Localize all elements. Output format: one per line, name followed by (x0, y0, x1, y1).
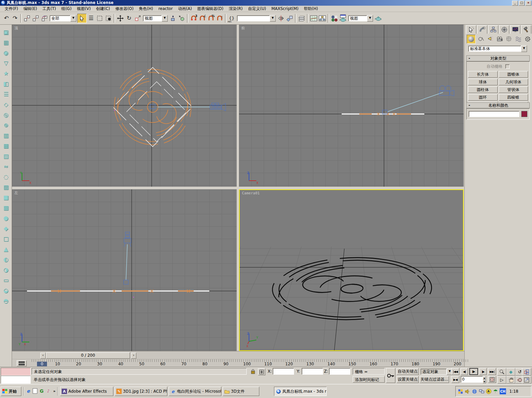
angle-snap-icon[interactable]: ∠ (198, 14, 207, 23)
layer-manager-icon[interactable] (297, 14, 306, 23)
viewport-left[interactable]: 左 ZYX (12, 189, 237, 351)
maximize-button[interactable]: □ (519, 1, 525, 6)
add-time-tag-button[interactable]: 添加时间标记 (353, 376, 385, 383)
language-indicator[interactable]: CH (500, 388, 506, 394)
tab-motion[interactable] (499, 25, 509, 34)
left-toolbar-icon[interactable]: ◉ (1, 47, 11, 58)
left-toolbar-icon[interactable]: ▦ (1, 140, 11, 151)
tray-globe-icon[interactable] (472, 389, 477, 394)
tab-modify[interactable] (477, 25, 487, 34)
category-systems[interactable] (523, 35, 532, 43)
menu-item[interactable]: MAXScript(M) (269, 6, 301, 11)
curve-editor-icon[interactable] (309, 14, 318, 23)
left-toolbar-icon[interactable]: ▨ (1, 182, 11, 192)
tray-volume-icon[interactable] (465, 389, 470, 394)
previous-frame-button[interactable]: ◀| (461, 368, 468, 375)
menu-item[interactable]: 视图(V) (74, 6, 94, 12)
object-color-swatch[interactable] (521, 111, 527, 117)
tray-shield-icon[interactable] (458, 389, 463, 394)
quicklaunch-media-icon[interactable]: ♪ (45, 388, 51, 394)
maxscript-macro-recorder[interactable] (1, 368, 31, 376)
current-frame-input[interactable]: 0 (461, 376, 485, 383)
taskbar-task-3dsmax[interactable]: G 凤凰台标线.max - 3ds m... (274, 387, 327, 396)
quicklaunch-overflow-chevron[interactable]: » (51, 388, 57, 394)
primitive-button[interactable]: 长方体 (468, 71, 498, 78)
primitive-button[interactable]: 管状体 (499, 86, 528, 93)
left-toolbar-icon[interactable]: ◎ (1, 109, 11, 120)
left-toolbar-icon[interactable]: ◑ (1, 264, 11, 275)
menu-item[interactable]: 工具(T) (40, 6, 59, 12)
min-max-toggle-icon[interactable] (522, 376, 531, 384)
start-button[interactable]: 开始 (1, 387, 21, 396)
maxscript-mini-listener[interactable] (1, 376, 31, 384)
name-color-rollout-header[interactable]: - 名称和颜色 (466, 102, 530, 108)
selection-lock-icon[interactable] (251, 369, 255, 375)
time-slider-prev-button[interactable]: ‹ (40, 353, 46, 359)
viewport-top[interactable]: 顶 YX (12, 25, 237, 187)
tray-agent-icon[interactable]: A (486, 389, 491, 394)
quick-render-icon[interactable] (374, 14, 383, 23)
percent-snap-icon[interactable]: % (207, 14, 215, 23)
tab-display[interactable] (510, 25, 520, 34)
render-type-dropdown[interactable]: 视图 ▼ (348, 15, 373, 22)
zoom-extents-all-icon[interactable] (522, 368, 531, 376)
menu-item[interactable]: 渲染(R) (226, 6, 245, 12)
time-configuration-button[interactable] (488, 376, 496, 383)
taskbar-task-folder[interactable]: 3D文件 (223, 387, 259, 396)
primitive-button[interactable]: 几何球体 (499, 79, 528, 85)
taskbar-task-acdsee[interactable]: ✎ 3D1.jpg [2:3] : ACD Phot... (115, 387, 167, 396)
x-input[interactable] (273, 368, 294, 375)
named-selection-dropdown[interactable]: ▼ (237, 15, 276, 22)
primitive-button[interactable]: 四棱锥 (499, 94, 528, 101)
next-frame-button[interactable]: |▶ (479, 368, 487, 375)
close-button[interactable]: × (525, 1, 531, 6)
select-by-name-icon[interactable]: ☰ (87, 14, 95, 23)
menu-item[interactable]: 编辑(E) (21, 6, 40, 12)
left-toolbar-icon[interactable]: □ (1, 233, 11, 244)
tray-network-icon[interactable] (479, 389, 484, 394)
menu-item[interactable]: 图表编辑器(D) (195, 6, 226, 12)
render-scene-icon[interactable] (339, 14, 347, 23)
left-toolbar-icon[interactable]: ▧ (1, 151, 11, 161)
go-to-end-button[interactable]: ▶▶| (488, 368, 496, 375)
select-link-icon[interactable] (23, 14, 31, 23)
mirror-icon[interactable] (277, 14, 285, 23)
frame-spinner[interactable]: ▲ ▼ (483, 376, 486, 383)
menu-item[interactable]: 组(G) (59, 6, 74, 12)
y-input[interactable] (302, 368, 323, 375)
category-spacewarps[interactable] (514, 35, 522, 43)
left-toolbar-icon[interactable]: ▩ (1, 202, 11, 213)
redo-icon[interactable]: ↷ (11, 14, 19, 23)
time-slider-next-button[interactable]: › (131, 353, 136, 359)
left-toolbar-icon[interactable]: ▥ (1, 130, 11, 140)
viewport-camera[interactable]: Camera01 ZYX (239, 189, 464, 351)
quicklaunch-g-icon[interactable]: G (39, 388, 45, 394)
left-toolbar-icon[interactable]: ☰ (1, 89, 11, 99)
primitive-button[interactable]: 圆环 (468, 94, 498, 101)
left-toolbar-icon[interactable]: ▲ (1, 244, 11, 254)
open-mini-curve-editor-button[interactable] (17, 360, 27, 366)
primitive-button[interactable]: 圆柱体 (468, 86, 498, 93)
category-cameras[interactable] (495, 35, 504, 43)
category-helpers[interactable] (505, 35, 513, 43)
menu-item[interactable]: 修改器(O) (113, 6, 136, 12)
spinner-snap-icon[interactable] (215, 14, 224, 23)
left-toolbar-icon[interactable]: ▭ (1, 275, 11, 285)
object-name-input[interactable] (469, 111, 519, 117)
left-toolbar-icon[interactable]: ● (1, 213, 11, 223)
primitive-button[interactable]: 球体 (468, 79, 498, 85)
left-toolbar-icon[interactable]: ▣ (1, 27, 11, 37)
key-mode-toggle-button[interactable]: ▶◀ (451, 376, 459, 383)
left-toolbar-icon[interactable]: ★ (1, 68, 11, 78)
z-input[interactable] (329, 368, 350, 375)
undo-icon[interactable]: ↶ (2, 14, 11, 23)
select-rotate-icon[interactable]: ↻ (125, 14, 133, 23)
left-toolbar-icon[interactable]: ≈ (1, 161, 11, 171)
category-shapes[interactable] (477, 35, 485, 43)
absolute-offset-toggle-icon[interactable] (258, 368, 265, 375)
zoom-icon[interactable] (497, 368, 506, 376)
field-of-view-icon[interactable]: ▷ (497, 376, 506, 384)
schematic-view-icon[interactable] (318, 14, 327, 23)
object-type-rollout-header[interactable]: - 对象类型 (466, 55, 530, 61)
viewport-front[interactable]: 前 ZX (239, 25, 464, 187)
